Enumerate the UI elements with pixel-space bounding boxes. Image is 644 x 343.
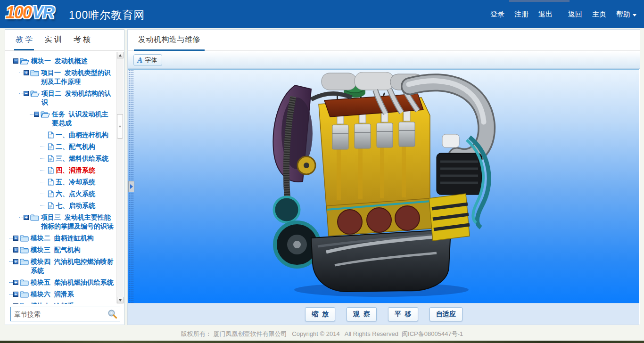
tree-item[interactable]: +模块三 配气机构 [8,245,114,254]
viewer-control-button[interactable]: 缩 放 [305,307,335,321]
document-icon [48,131,54,139]
thumb-grip-icon [119,125,121,129]
folder-closed-icon [20,279,29,286]
main-panel: 发动机构造与维修 A 字体 [127,29,640,325]
nav-link[interactable]: 注册 [514,10,528,19]
tree-connector [40,170,46,171]
tree-item[interactable]: −任务 认识发动机主要总成 [8,110,114,128]
expander-plus-icon[interactable]: + [13,247,18,253]
tree-item[interactable]: 二、配气机构 [8,142,114,151]
expander-plus-icon[interactable]: + [24,215,29,220]
content-tabrow: 发动机构造与维修 [128,30,640,51]
tree-item-label[interactable]: 项目三 发动机主要性能指标的掌握及编号的识读 [41,213,114,231]
tree-connector [9,282,13,283]
font-button[interactable]: A 字体 [133,54,162,66]
tree-connector [40,147,46,147]
scroll-down-button[interactable] [117,297,124,303]
expander-plus-icon[interactable]: + [13,259,18,264]
document-icon [48,167,54,174]
tree-item-label[interactable]: 任务 认识发动机主要总成 [52,110,114,128]
tree-item[interactable]: +模块六 润滑系 [8,290,114,299]
folder-closed-icon [20,291,29,298]
tree-item-label[interactable]: 六、点火系统 [56,189,114,198]
content-tab-active[interactable]: 发动机构造与维修 [134,30,205,51]
tree-item[interactable]: 五、冷却系统 [8,178,114,187]
tree-item-label[interactable]: 模块五 柴油机燃油供给系统 [31,278,114,287]
tree-item-label[interactable]: 一、曲柄连杆机构 [56,131,114,139]
nav-link[interactable]: 退出 [538,10,553,19]
folder-open-icon [30,90,40,97]
expander-plus-icon[interactable]: + [24,70,29,75]
bottom-image-sliver [0,341,644,343]
tree-item-label[interactable]: 项目二 发动机结构的认识 [41,89,114,107]
tree-item-label[interactable]: 模块七 冷却系 [31,302,114,304]
tree-item[interactable]: +项目三 发动机主要性能指标的掌握及编号的识读 [8,213,114,231]
tree-item[interactable]: 六、点火系统 [8,189,114,198]
tree-connector [9,250,13,250]
app-header: 100VR 100唯尔教育网 登录注册退出返回主页帮助 [0,0,644,28]
expander-plus-icon[interactable]: + [13,280,18,285]
sidebar-tab[interactable]: 考 核 [72,30,92,50]
viewer-control-button[interactable]: 自适应 [429,307,462,321]
expander-plus-icon[interactable]: + [13,236,18,241]
tree-item[interactable]: 七、启动系统 [8,201,114,210]
nav-link[interactable]: 帮助 [616,10,636,19]
sidebar-tab[interactable]: 教 学 [14,30,34,50]
folder-open-icon [41,111,50,118]
arrow-down-icon [119,299,122,302]
search-icon[interactable] [107,309,117,319]
tree-connector [19,217,23,218]
tree-item-label[interactable]: 模块三 配气机构 [31,245,114,254]
engine-3d-canvas[interactable] [134,70,639,303]
sidebar-tab[interactable]: 实 训 [43,30,63,50]
font-a-icon: A [137,56,142,64]
nav-link[interactable]: 主页 [592,10,606,19]
expander-plus-icon[interactable]: + [13,292,18,297]
footer-copyright: 版权所有： 厦门凤凰创壹软件有限公司 Copyright © 2014 All … [0,330,644,338]
document-icon [48,143,54,150]
search-input[interactable] [11,310,107,318]
tree-item[interactable]: −模块一 发动机概述 [8,57,114,65]
tree-item-label[interactable]: 项目一 发动机类型的识别及工作原理 [41,68,114,86]
course-tree: −模块一 发动机概述+项目一 发动机类型的识别及工作原理−项目二 发动机结构的认… [5,51,117,304]
viewer-control-button[interactable]: 观 察 [347,307,377,321]
tree-item[interactable]: 一、曲柄连杆机构 [8,131,114,139]
expander-minus-icon[interactable]: − [24,91,29,96]
tree-item[interactable]: 四、润滑系统 [8,166,114,175]
tree-item-label[interactable]: 模块二 曲柄连缸机构 [31,234,114,243]
tree-item-label[interactable]: 四、润滑系统 [56,166,114,175]
site-logo[interactable]: 100VR [6,3,54,23]
tree-item-label[interactable]: 三、燃料供给系统 [56,154,114,163]
nav-link[interactable]: 返回 [568,10,582,19]
tree-item[interactable]: 三、燃料供给系统 [8,154,114,163]
tree-item-label[interactable]: 模块一 发动机概述 [31,57,114,65]
tree-item[interactable]: +项目一 发动机类型的识别及工作原理 [8,68,114,86]
nav-link[interactable]: 登录 [490,10,504,19]
folder-closed-icon [20,302,29,304]
sidebar: 教 学实 训考 核 −模块一 发动机概述+项目一 发动机类型的识别及工作原理−项… [5,29,124,325]
header-nav: 登录注册退出返回主页帮助 [490,0,636,28]
expander-plus-icon[interactable]: + [13,303,18,304]
folder-closed-icon [20,258,29,265]
expander-minus-icon[interactable]: − [13,58,18,64]
tree-item[interactable]: +模块五 柴油机燃油供给系统 [8,278,114,287]
tree-item[interactable]: +模块二 曲柄连缸机构 [8,234,114,243]
expander-minus-icon[interactable]: − [34,112,39,117]
viewer-control-button[interactable]: 平 移 [388,307,418,321]
panel-splitter[interactable] [128,70,134,303]
tree-item[interactable]: −项目二 发动机结构的认识 [8,89,114,107]
tree-item-label[interactable]: 二、配气机构 [56,142,114,151]
tree-item-label[interactable]: 模块四 汽油机电控燃油喷射系统 [31,257,114,275]
scroll-up-button[interactable] [117,52,124,58]
scrollbar-thumb[interactable] [117,114,123,139]
viewer-3d [128,69,639,303]
collapse-handle[interactable] [128,181,134,192]
tree-item[interactable]: +模块七 冷却系 [8,302,114,304]
tree-scrollbar[interactable] [116,52,124,303]
tree-item-label[interactable]: 七、启动系统 [56,201,114,210]
tree-item-label[interactable]: 模块六 润滑系 [31,290,114,299]
tree-item[interactable]: +模块四 汽油机电控燃油喷射系统 [8,257,114,275]
tree-item-label[interactable]: 五、冷却系统 [56,178,114,187]
folder-closed-icon [20,246,29,253]
tree-connector [9,261,13,262]
